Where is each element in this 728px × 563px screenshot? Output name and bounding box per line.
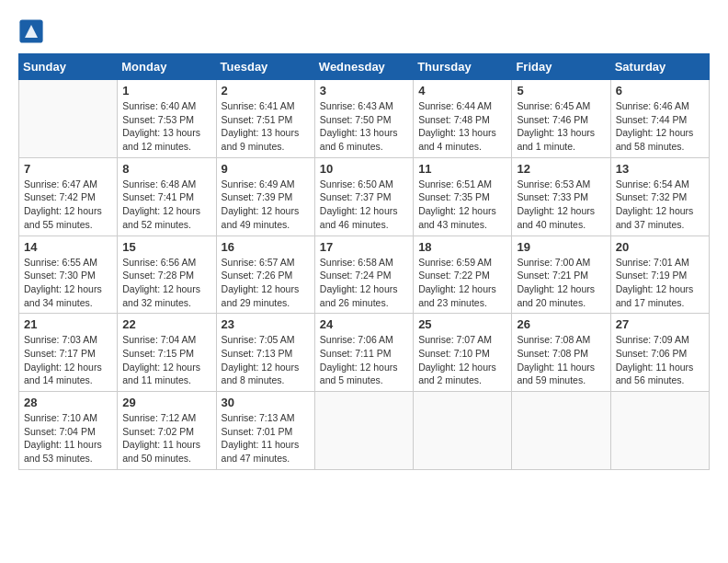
day-number: 19: [517, 240, 605, 254]
day-info: Sunrise: 6:41 AM Sunset: 7:51 PM Dayligh…: [222, 99, 310, 154]
day-number: 27: [616, 317, 704, 331]
day-info: Sunrise: 7:04 AM Sunset: 7:15 PM Dayligh…: [122, 333, 210, 387]
calendar-cell: 17Sunrise: 6:58 AM Sunset: 7:24 PM Dayli…: [314, 236, 413, 314]
day-info: Sunrise: 7:13 AM Sunset: 7:01 PM Dayligh…: [222, 411, 310, 465]
day-number: 1: [122, 84, 210, 98]
weekday-header: Tuesday: [216, 54, 314, 80]
logo: [18, 18, 46, 44]
day-number: 24: [320, 317, 408, 331]
day-number: 22: [122, 317, 210, 331]
calendar-cell: 29Sunrise: 7:12 AM Sunset: 7:02 PM Dayli…: [118, 392, 216, 470]
calendar-cell: 4Sunrise: 6:44 AM Sunset: 7:48 PM Daylig…: [414, 80, 512, 158]
calendar-cell: 10Sunrise: 6:50 AM Sunset: 7:37 PM Dayli…: [314, 157, 413, 236]
day-info: Sunrise: 6:59 AM Sunset: 7:22 PM Dayligh…: [418, 256, 506, 310]
calendar-cell: 24Sunrise: 7:06 AM Sunset: 7:11 PM Dayli…: [314, 314, 413, 392]
calendar-cell: [610, 392, 709, 470]
day-info: Sunrise: 7:10 AM Sunset: 7:04 PM Dayligh…: [24, 411, 112, 465]
day-number: 6: [616, 84, 704, 98]
calendar-cell: 21Sunrise: 7:03 AM Sunset: 7:17 PM Dayli…: [19, 314, 118, 392]
day-number: 3: [320, 84, 408, 98]
day-info: Sunrise: 7:12 AM Sunset: 7:02 PM Dayligh…: [122, 411, 210, 465]
page-header: [18, 18, 710, 44]
day-info: Sunrise: 6:40 AM Sunset: 7:53 PM Dayligh…: [122, 99, 210, 154]
day-number: 29: [122, 396, 210, 409]
day-number: 15: [122, 240, 210, 254]
calendar-cell: 18Sunrise: 6:59 AM Sunset: 7:22 PM Dayli…: [414, 236, 512, 314]
day-number: 20: [616, 240, 704, 254]
day-number: 12: [517, 162, 605, 176]
day-info: Sunrise: 7:03 AM Sunset: 7:17 PM Dayligh…: [24, 333, 112, 387]
day-number: 23: [222, 317, 310, 331]
calendar-cell: 8Sunrise: 6:48 AM Sunset: 7:41 PM Daylig…: [118, 157, 216, 236]
calendar-cell: 30Sunrise: 7:13 AM Sunset: 7:01 PM Dayli…: [216, 392, 314, 470]
day-info: Sunrise: 6:45 AM Sunset: 7:46 PM Dayligh…: [517, 99, 605, 154]
calendar-cell: 7Sunrise: 6:47 AM Sunset: 7:42 PM Daylig…: [19, 157, 118, 236]
day-info: Sunrise: 6:57 AM Sunset: 7:26 PM Dayligh…: [222, 256, 310, 310]
calendar-cell: 14Sunrise: 6:55 AM Sunset: 7:30 PM Dayli…: [19, 236, 118, 314]
day-number: 16: [222, 240, 310, 254]
calendar-cell: 25Sunrise: 7:07 AM Sunset: 7:10 PM Dayli…: [414, 314, 512, 392]
calendar-week-row: 21Sunrise: 7:03 AM Sunset: 7:17 PM Dayli…: [19, 314, 710, 392]
calendar-cell: 5Sunrise: 6:45 AM Sunset: 7:46 PM Daylig…: [512, 80, 610, 158]
day-info: Sunrise: 6:53 AM Sunset: 7:33 PM Dayligh…: [517, 178, 605, 232]
weekday-header: Wednesday: [314, 54, 413, 80]
day-number: 18: [418, 240, 506, 254]
calendar-cell: 6Sunrise: 6:46 AM Sunset: 7:44 PM Daylig…: [610, 80, 709, 158]
calendar-cell: 1Sunrise: 6:40 AM Sunset: 7:53 PM Daylig…: [118, 80, 216, 158]
calendar-cell: 2Sunrise: 6:41 AM Sunset: 7:51 PM Daylig…: [216, 80, 314, 158]
day-info: Sunrise: 6:49 AM Sunset: 7:39 PM Dayligh…: [222, 178, 310, 232]
calendar-week-row: 28Sunrise: 7:10 AM Sunset: 7:04 PM Dayli…: [19, 392, 710, 470]
calendar-cell: 15Sunrise: 6:56 AM Sunset: 7:28 PM Dayli…: [118, 236, 216, 314]
day-info: Sunrise: 7:07 AM Sunset: 7:10 PM Dayligh…: [418, 333, 506, 387]
day-number: 13: [616, 162, 704, 176]
day-number: 17: [320, 240, 408, 254]
calendar-cell: 27Sunrise: 7:09 AM Sunset: 7:06 PM Dayli…: [610, 314, 709, 392]
day-info: Sunrise: 6:58 AM Sunset: 7:24 PM Dayligh…: [320, 256, 408, 310]
calendar-week-row: 7Sunrise: 6:47 AM Sunset: 7:42 PM Daylig…: [19, 157, 710, 236]
logo-icon: [18, 18, 44, 44]
day-info: Sunrise: 6:43 AM Sunset: 7:50 PM Dayligh…: [320, 99, 408, 154]
day-info: Sunrise: 6:44 AM Sunset: 7:48 PM Dayligh…: [418, 99, 506, 154]
day-number: 11: [418, 162, 506, 176]
day-info: Sunrise: 7:08 AM Sunset: 7:08 PM Dayligh…: [517, 333, 605, 387]
day-info: Sunrise: 7:06 AM Sunset: 7:11 PM Dayligh…: [320, 333, 408, 387]
weekday-header: Saturday: [610, 54, 709, 80]
calendar-cell: [414, 392, 512, 470]
weekday-header: Monday: [118, 54, 216, 80]
day-number: 9: [222, 162, 310, 176]
day-info: Sunrise: 7:00 AM Sunset: 7:21 PM Dayligh…: [517, 256, 605, 310]
day-number: 2: [222, 84, 310, 98]
day-info: Sunrise: 7:05 AM Sunset: 7:13 PM Dayligh…: [222, 333, 310, 387]
day-number: 4: [418, 84, 506, 98]
calendar-cell: [19, 80, 118, 158]
day-info: Sunrise: 6:54 AM Sunset: 7:32 PM Dayligh…: [616, 178, 704, 232]
day-info: Sunrise: 6:55 AM Sunset: 7:30 PM Dayligh…: [24, 256, 112, 310]
day-number: 5: [517, 84, 605, 98]
calendar-table: SundayMondayTuesdayWednesdayThursdayFrid…: [18, 53, 710, 470]
day-info: Sunrise: 6:56 AM Sunset: 7:28 PM Dayligh…: [122, 256, 210, 310]
day-number: 7: [24, 162, 112, 176]
weekday-header: Thursday: [414, 54, 512, 80]
calendar-week-row: 14Sunrise: 6:55 AM Sunset: 7:30 PM Dayli…: [19, 236, 710, 314]
day-info: Sunrise: 7:09 AM Sunset: 7:06 PM Dayligh…: [616, 333, 704, 387]
day-number: 8: [122, 162, 210, 176]
day-info: Sunrise: 6:46 AM Sunset: 7:44 PM Dayligh…: [616, 99, 704, 154]
calendar-cell: 13Sunrise: 6:54 AM Sunset: 7:32 PM Dayli…: [610, 157, 709, 236]
calendar-cell: 9Sunrise: 6:49 AM Sunset: 7:39 PM Daylig…: [216, 157, 314, 236]
weekday-header: Sunday: [19, 54, 118, 80]
day-info: Sunrise: 6:48 AM Sunset: 7:41 PM Dayligh…: [122, 178, 210, 232]
day-number: 30: [222, 396, 310, 409]
day-number: 10: [320, 162, 408, 176]
calendar-cell: 26Sunrise: 7:08 AM Sunset: 7:08 PM Dayli…: [512, 314, 610, 392]
calendar-cell: 23Sunrise: 7:05 AM Sunset: 7:13 PM Dayli…: [216, 314, 314, 392]
day-info: Sunrise: 7:01 AM Sunset: 7:19 PM Dayligh…: [616, 256, 704, 310]
calendar-cell: 3Sunrise: 6:43 AM Sunset: 7:50 PM Daylig…: [314, 80, 413, 158]
calendar-cell: [314, 392, 413, 470]
day-number: 14: [24, 240, 112, 254]
calendar-cell: 28Sunrise: 7:10 AM Sunset: 7:04 PM Dayli…: [19, 392, 118, 470]
day-number: 21: [24, 317, 112, 331]
day-number: 28: [24, 396, 112, 409]
calendar-week-row: 1Sunrise: 6:40 AM Sunset: 7:53 PM Daylig…: [19, 80, 710, 158]
day-number: 26: [517, 317, 605, 331]
calendar-cell: 22Sunrise: 7:04 AM Sunset: 7:15 PM Dayli…: [118, 314, 216, 392]
